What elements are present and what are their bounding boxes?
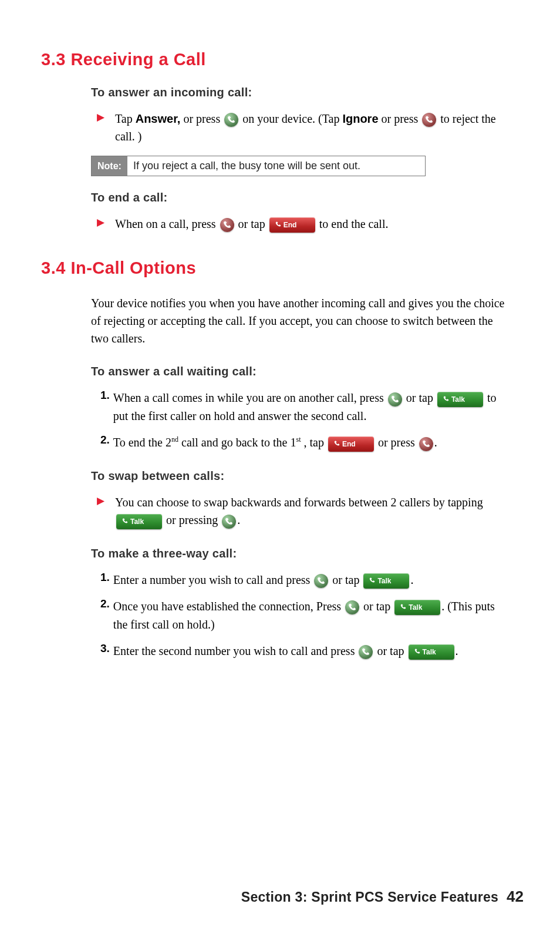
note-box: Note: If you reject a call, the busy ton… (91, 156, 426, 176)
talk-softkey-button: Talk (409, 644, 454, 660)
step-1-call-waiting: 1. When a call comes in while you are on… (100, 389, 507, 425)
triangle-bullet-icon: ▶ (97, 111, 104, 123)
end-hardkey-icon (220, 218, 234, 232)
footer-section-title: Section 3: Sprint PCS Service Features (241, 889, 498, 905)
end-hardkey-icon (422, 113, 436, 127)
note-text: If you reject a call, the busy tone will… (127, 156, 366, 176)
end-hardkey-icon (419, 437, 433, 451)
bullet-swap-calls: ▶ You can choose to swap backwards and f… (97, 493, 507, 529)
talk-hardkey-icon (359, 645, 373, 659)
talk-hardkey-icon (345, 600, 359, 614)
talk-softkey-button: Talk (116, 514, 162, 529)
sub-heading-call-waiting: To answer a call waiting call: (91, 365, 507, 378)
talk-hardkey-icon (224, 113, 238, 127)
step-2-threeway: 2. Once you have established the connect… (100, 597, 507, 634)
intro-paragraph: Your device notifies you when you have a… (91, 294, 507, 347)
end-softkey-button: End (269, 217, 315, 233)
note-label: Note: (92, 156, 127, 176)
talk-hardkey-icon (314, 574, 328, 588)
sub-heading-end-call: To end a call: (91, 191, 507, 204)
page-footer: Section 3: Sprint PCS Service Features 4… (241, 888, 524, 906)
talk-softkey-button: Talk (363, 573, 409, 589)
triangle-bullet-icon: ▶ (97, 495, 104, 507)
bullet-end-call: ▶ When on a call, press or tap End to en… (97, 215, 507, 233)
bullet-answer-incoming: ▶ Tap Answer, or press on your device. (… (97, 110, 507, 145)
talk-softkey-button: Talk (437, 392, 483, 407)
talk-hardkey-icon (388, 392, 402, 406)
step-2-call-waiting: 2. To end the 2nd call and go back to th… (100, 434, 507, 452)
sub-heading-swap-calls: To swap between calls: (91, 469, 507, 483)
page-number: 42 (507, 888, 524, 906)
section-heading-3-3: 3.3 Receiving a Call (41, 50, 507, 69)
step-3-threeway: 3. Enter the second number you wish to c… (100, 642, 507, 660)
step-1-threeway: 1. Enter a number you wish to call and p… (100, 571, 507, 589)
talk-softkey-button: Talk (394, 600, 440, 615)
sub-heading-answer-incoming: To answer an incoming call: (91, 86, 507, 99)
end-softkey-button: End (328, 436, 374, 452)
triangle-bullet-icon: ▶ (97, 216, 104, 229)
section-heading-3-4: 3.4 In-Call Options (41, 258, 507, 278)
talk-hardkey-icon (222, 515, 236, 529)
sub-heading-threeway: To make a three-way call: (91, 547, 507, 560)
